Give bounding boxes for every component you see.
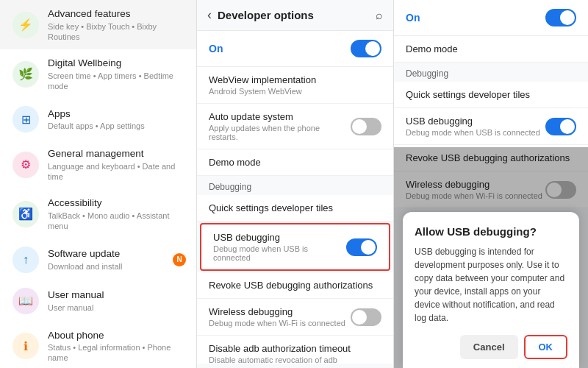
wireless-debugging-title: Wireless debugging	[209, 306, 345, 317]
digital-wellbeing-title: Digital Wellbeing	[48, 57, 186, 70]
right-item-quick-tiles-r[interactable]: Quick settings developer tiles	[394, 82, 588, 108]
apps-subtitle: Default apps • App settings	[48, 121, 186, 131]
section-header-quick-settings-tiles: Debugging	[197, 176, 393, 195]
mid-item-auto-update[interactable]: Auto update systemApply updates when the…	[197, 104, 393, 149]
mid-item-disable-adb[interactable]: Disable adb authorization timeoutDisable…	[197, 336, 393, 364]
about-phone-icon: ℹ	[12, 333, 39, 359]
accessibility-title: Accessibility	[48, 197, 186, 210]
general-management-title: General management	[48, 147, 186, 160]
sidebar-item-user-manual[interactable]: 📖User manualUser manual	[0, 280, 196, 322]
dialog-ok-button[interactable]: OK	[524, 335, 568, 359]
revoke-usb-title: Revoke USB debugging authorizations	[209, 280, 381, 291]
disable-adb-title: Disable adb authorization timeout	[209, 343, 381, 354]
sidebar-item-software-update[interactable]: ↑Software updateDownload and installN	[0, 239, 196, 280]
mid-item-wireless-debugging[interactable]: Wireless debuggingDebug mode when Wi-Fi …	[197, 299, 393, 336]
back-button[interactable]: ‹	[207, 7, 212, 23]
developer-options-toggle-row: On	[197, 31, 393, 67]
dialog-actions: CancelOK	[415, 335, 567, 359]
apps-icon: ⊞	[12, 106, 39, 132]
disable-adb-subtitle: Disable automatic revocation of adb	[209, 355, 381, 364]
usb-debugging-toggle[interactable]	[346, 238, 377, 256]
mid-item-quick-settings-tiles[interactable]: Quick settings developer tiles	[197, 195, 393, 222]
right-developer-toggle-row: On	[394, 0, 588, 36]
usb-debugging-r-subtitle: Debug mode when USB is connected	[406, 128, 540, 137]
auto-update-title: Auto update system	[209, 111, 351, 122]
auto-update-toggle[interactable]	[351, 118, 381, 135]
mid-item-demo-mode[interactable]: Demo mode	[197, 149, 393, 176]
demo-mode-r-title: Demo mode	[406, 43, 576, 54]
about-phone-subtitle: Status • Legal information • Phone name	[48, 342, 186, 364]
left-settings-panel: ⚡Advanced featuresSide key • Bixby Touch…	[0, 0, 197, 368]
search-icon[interactable]: ⌕	[376, 9, 383, 22]
general-management-icon: ⚙	[12, 152, 39, 178]
dialog-title: Allow USB debugging?	[415, 225, 567, 238]
mid-item-usb-debugging[interactable]: USB debuggingDebug mode when USB is conn…	[200, 223, 390, 271]
usb-debugging-r-title: USB debugging	[406, 116, 540, 127]
wireless-debugging-toggle[interactable]	[351, 308, 381, 326]
webview-subtitle: Android System WebView	[209, 87, 381, 96]
wireless-debugging-subtitle: Debug mode when Wi-Fi is connected	[209, 319, 345, 328]
usb-debug-dialog: Allow USB debugging?USB debugging is int…	[403, 212, 579, 368]
mid-content: OnWebView implementationAndroid System W…	[197, 31, 393, 364]
apps-title: Apps	[48, 107, 186, 121]
advanced-features-title: Advanced features	[48, 7, 186, 21]
general-management-subtitle: Language and keyboard • Date and time	[48, 161, 186, 183]
quick-settings-tiles-title: Quick settings developer tiles	[209, 202, 381, 213]
digital-wellbeing-subtitle: Screen time • App timers • Bedtime mode	[48, 71, 186, 92]
usb-debugging-r-toggle[interactable]	[545, 118, 576, 135]
right-developer-toggle[interactable]	[545, 9, 576, 26]
user-manual-subtitle: User manual	[48, 302, 186, 313]
sidebar-item-general-management[interactable]: ⚙General managementLanguage and keyboard…	[0, 140, 196, 189]
developer-options-toggle[interactable]	[351, 40, 381, 57]
mid-panel-title: Developer options	[218, 9, 376, 21]
demo-mode-title: Demo mode	[209, 157, 381, 168]
right-item-demo-mode-r[interactable]: Demo mode	[394, 36, 588, 63]
right-toggle-label: On	[406, 12, 420, 24]
sidebar-item-accessibility[interactable]: ♿AccessibilityTalkBack • Mono audio • As…	[0, 189, 196, 238]
software-update-subtitle: Download and install	[48, 261, 170, 272]
dialog-body: USB debugging is intended for developmen…	[415, 245, 567, 325]
software-update-badge: N	[173, 253, 186, 266]
sidebar-item-digital-wellbeing[interactable]: 🌿Digital WellbeingScreen time • App time…	[0, 49, 196, 99]
right-item-usb-debugging-r[interactable]: USB debuggingDebug mode when USB is conn…	[394, 108, 588, 145]
software-update-icon: ↑	[12, 247, 39, 273]
right-section-header-quick-tiles-r: Debugging	[394, 63, 588, 82]
digital-wellbeing-icon: 🌿	[12, 61, 39, 88]
quick-tiles-r-title: Quick settings developer tiles	[406, 89, 576, 100]
about-phone-title: About phone	[48, 329, 186, 342]
advanced-features-subtitle: Side key • Bixby Touch • Bixby Routines	[48, 21, 186, 43]
advanced-features-icon: ⚡	[12, 12, 39, 38]
mid-developer-panel: ‹Developer options⌕OnWebView implementat…	[197, 0, 394, 368]
mid-header: ‹Developer options⌕	[197, 0, 393, 31]
accessibility-subtitle: TalkBack • Mono audio • Assistant menu	[48, 210, 186, 232]
usb-debugging-title: USB debugging	[213, 232, 346, 243]
mid-item-revoke-usb[interactable]: Revoke USB debugging authorizations	[197, 272, 393, 299]
auto-update-subtitle: Apply updates when the phone restarts.	[209, 124, 351, 141]
right-developer-panel: OnDemo modeDebuggingQuick settings devel…	[394, 0, 588, 368]
developer-options-toggle-label: On	[209, 43, 223, 54]
sidebar-item-about-phone[interactable]: ℹAbout phoneStatus • Legal information •…	[0, 322, 196, 368]
usb-debugging-subtitle: Debug mode when USB is connected	[213, 244, 346, 262]
user-manual-title: User manual	[48, 289, 186, 302]
user-manual-icon: 📖	[12, 288, 39, 314]
sidebar-item-apps[interactable]: ⊞AppsDefault apps • App settings	[0, 99, 196, 140]
dialog-overlay: Allow USB debugging?USB debugging is int…	[394, 147, 588, 368]
webview-title: WebView implementation	[209, 74, 381, 85]
dialog-cancel-button[interactable]: Cancel	[460, 335, 518, 359]
mid-item-webview[interactable]: WebView implementationAndroid System Web…	[197, 67, 393, 104]
accessibility-icon: ♿	[12, 201, 39, 227]
sidebar-item-advanced-features[interactable]: ⚡Advanced featuresSide key • Bixby Touch…	[0, 0, 196, 49]
software-update-title: Software update	[48, 247, 170, 261]
